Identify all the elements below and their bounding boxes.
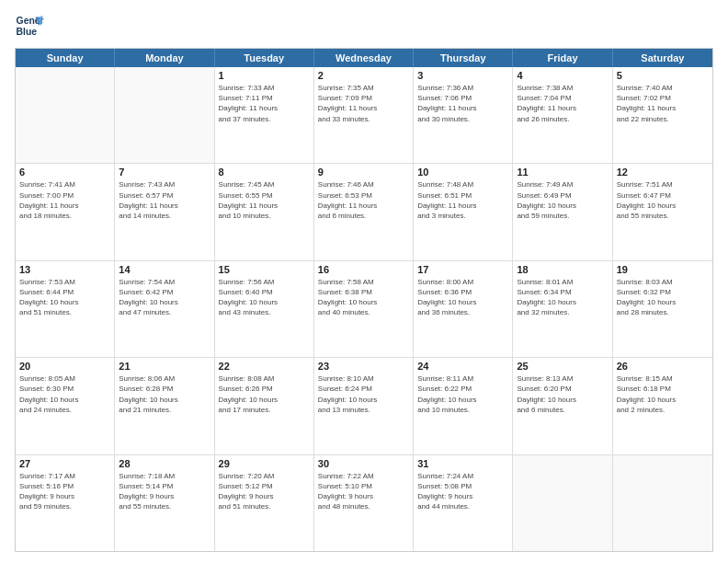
day-cell: [513, 455, 612, 551]
day-info: Sunrise: 7:38 AM Sunset: 7:04 PM Dayligh…: [517, 83, 608, 124]
day-info: Sunrise: 7:53 AM Sunset: 6:44 PM Dayligh…: [19, 277, 110, 318]
day-cell: [115, 67, 214, 163]
day-cell: 27Sunrise: 7:17 AM Sunset: 5:16 PM Dayli…: [16, 455, 115, 551]
day-info: Sunrise: 7:22 AM Sunset: 5:10 PM Dayligh…: [318, 471, 409, 512]
day-info: Sunrise: 8:06 AM Sunset: 6:28 PM Dayligh…: [119, 373, 210, 415]
day-number: 4: [517, 70, 608, 81]
day-cell: 30Sunrise: 7:22 AM Sunset: 5:10 PM Dayli…: [314, 455, 414, 551]
day-info: Sunrise: 8:08 AM Sunset: 6:26 PM Dayligh…: [219, 373, 310, 415]
day-cell: [16, 67, 115, 163]
day-number: 16: [318, 264, 409, 275]
day-cell: 12Sunrise: 7:51 AM Sunset: 6:47 PM Dayli…: [613, 164, 712, 259]
day-number: 30: [318, 458, 409, 469]
day-cell: 6Sunrise: 7:41 AM Sunset: 7:00 PM Daylig…: [16, 164, 115, 259]
day-cell: 4Sunrise: 7:38 AM Sunset: 7:04 PM Daylig…: [513, 67, 612, 163]
day-cell: 5Sunrise: 7:40 AM Sunset: 7:02 PM Daylig…: [613, 67, 712, 163]
day-number: 2: [318, 70, 409, 81]
day-info: Sunrise: 7:43 AM Sunset: 6:57 PM Dayligh…: [119, 179, 210, 221]
day-number: 1: [219, 70, 310, 81]
day-number: 10: [417, 167, 508, 178]
day-number: 19: [617, 264, 709, 275]
day-info: Sunrise: 7:18 AM Sunset: 5:14 PM Dayligh…: [119, 471, 210, 512]
day-cell: 8Sunrise: 7:45 AM Sunset: 6:55 PM Daylig…: [215, 164, 314, 259]
day-cell: 25Sunrise: 8:13 AM Sunset: 6:20 PM Dayli…: [513, 358, 612, 454]
logo-icon: General Blue: [15, 11, 44, 40]
day-info: Sunrise: 7:20 AM Sunset: 5:12 PM Dayligh…: [219, 471, 310, 512]
day-cell: 16Sunrise: 7:58 AM Sunset: 6:38 PM Dayli…: [314, 261, 414, 357]
day-cell: 20Sunrise: 8:05 AM Sunset: 6:30 PM Dayli…: [16, 358, 115, 454]
day-cell: 10Sunrise: 7:48 AM Sunset: 6:51 PM Dayli…: [414, 164, 513, 259]
day-headers: SundayMondayTuesdayWednesdayThursdayFrid…: [16, 49, 712, 67]
day-header-thursday: Thursday: [414, 49, 513, 67]
day-cell: 18Sunrise: 8:01 AM Sunset: 6:34 PM Dayli…: [513, 261, 612, 357]
week-row-5: 27Sunrise: 7:17 AM Sunset: 5:16 PM Dayli…: [16, 455, 712, 551]
day-number: 28: [119, 458, 210, 469]
day-info: Sunrise: 7:41 AM Sunset: 7:00 PM Dayligh…: [19, 179, 110, 221]
day-info: Sunrise: 8:13 AM Sunset: 6:20 PM Dayligh…: [517, 373, 608, 415]
day-number: 12: [617, 167, 709, 178]
day-cell: 15Sunrise: 7:56 AM Sunset: 6:40 PM Dayli…: [215, 261, 314, 357]
day-number: 9: [318, 167, 409, 178]
day-number: 21: [119, 361, 210, 372]
day-header-friday: Friday: [513, 49, 612, 67]
day-number: 24: [417, 361, 508, 372]
day-info: Sunrise: 7:36 AM Sunset: 7:06 PM Dayligh…: [417, 83, 508, 124]
day-number: 31: [417, 458, 508, 469]
day-header-sunday: Sunday: [16, 49, 115, 67]
day-info: Sunrise: 7:51 AM Sunset: 6:47 PM Dayligh…: [617, 179, 709, 221]
day-info: Sunrise: 7:49 AM Sunset: 6:49 PM Dayligh…: [517, 179, 608, 221]
day-cell: 3Sunrise: 7:36 AM Sunset: 7:06 PM Daylig…: [414, 67, 513, 163]
day-cell: 31Sunrise: 7:24 AM Sunset: 5:08 PM Dayli…: [414, 455, 513, 551]
week-row-1: 1Sunrise: 7:33 AM Sunset: 7:11 PM Daylig…: [16, 67, 712, 164]
day-info: Sunrise: 8:00 AM Sunset: 6:36 PM Dayligh…: [417, 277, 508, 318]
day-cell: 1Sunrise: 7:33 AM Sunset: 7:11 PM Daylig…: [215, 67, 314, 163]
day-number: 23: [318, 361, 409, 372]
day-info: Sunrise: 7:17 AM Sunset: 5:16 PM Dayligh…: [19, 471, 110, 512]
day-number: 13: [19, 264, 110, 275]
day-number: 11: [517, 167, 608, 178]
day-info: Sunrise: 7:54 AM Sunset: 6:42 PM Dayligh…: [119, 277, 210, 318]
day-info: Sunrise: 7:33 AM Sunset: 7:11 PM Dayligh…: [219, 83, 310, 124]
day-info: Sunrise: 8:01 AM Sunset: 6:34 PM Dayligh…: [517, 277, 608, 318]
day-number: 22: [219, 361, 310, 372]
day-number: 6: [19, 167, 110, 178]
day-cell: 19Sunrise: 8:03 AM Sunset: 6:32 PM Dayli…: [613, 261, 712, 357]
day-cell: 17Sunrise: 8:00 AM Sunset: 6:36 PM Dayli…: [414, 261, 513, 357]
day-number: 18: [517, 264, 608, 275]
day-cell: 9Sunrise: 7:46 AM Sunset: 6:53 PM Daylig…: [314, 164, 414, 259]
day-number: 27: [19, 458, 110, 469]
day-info: Sunrise: 7:56 AM Sunset: 6:40 PM Dayligh…: [219, 277, 310, 318]
day-number: 14: [119, 264, 210, 275]
calendar-page: General Blue SundayMondayTuesdayWednesda…: [0, 0, 728, 563]
day-cell: 23Sunrise: 8:10 AM Sunset: 6:24 PM Dayli…: [314, 358, 414, 454]
day-cell: 26Sunrise: 8:15 AM Sunset: 6:18 PM Dayli…: [613, 358, 712, 454]
day-number: 8: [219, 167, 310, 178]
day-info: Sunrise: 8:11 AM Sunset: 6:22 PM Dayligh…: [417, 373, 508, 415]
day-info: Sunrise: 7:45 AM Sunset: 6:55 PM Dayligh…: [219, 179, 310, 221]
day-cell: 28Sunrise: 7:18 AM Sunset: 5:14 PM Dayli…: [115, 455, 214, 551]
day-number: 7: [119, 167, 210, 178]
day-header-monday: Monday: [115, 49, 214, 67]
day-header-tuesday: Tuesday: [215, 49, 314, 67]
logo: General Blue: [15, 11, 44, 40]
day-number: 3: [417, 70, 508, 81]
day-number: 5: [617, 70, 709, 81]
day-info: Sunrise: 8:15 AM Sunset: 6:18 PM Dayligh…: [617, 373, 709, 415]
week-row-4: 20Sunrise: 8:05 AM Sunset: 6:30 PM Dayli…: [16, 358, 712, 454]
day-info: Sunrise: 8:05 AM Sunset: 6:30 PM Dayligh…: [19, 373, 110, 415]
day-info: Sunrise: 7:58 AM Sunset: 6:38 PM Dayligh…: [318, 277, 409, 318]
day-info: Sunrise: 7:24 AM Sunset: 5:08 PM Dayligh…: [417, 471, 508, 512]
day-info: Sunrise: 8:10 AM Sunset: 6:24 PM Dayligh…: [318, 373, 409, 415]
day-number: 15: [219, 264, 310, 275]
day-cell: 2Sunrise: 7:35 AM Sunset: 7:09 PM Daylig…: [314, 67, 414, 163]
calendar: SundayMondayTuesdayWednesdayThursdayFrid…: [15, 48, 713, 552]
day-info: Sunrise: 7:46 AM Sunset: 6:53 PM Dayligh…: [318, 179, 409, 221]
day-number: 29: [219, 458, 310, 469]
day-number: 25: [517, 361, 608, 372]
svg-text:Blue: Blue: [17, 27, 38, 37]
day-info: Sunrise: 7:40 AM Sunset: 7:02 PM Dayligh…: [617, 83, 709, 124]
day-info: Sunrise: 7:48 AM Sunset: 6:51 PM Dayligh…: [417, 179, 508, 221]
day-cell: 7Sunrise: 7:43 AM Sunset: 6:57 PM Daylig…: [115, 164, 214, 259]
day-cell: 13Sunrise: 7:53 AM Sunset: 6:44 PM Dayli…: [16, 261, 115, 357]
day-cell: [613, 455, 712, 551]
